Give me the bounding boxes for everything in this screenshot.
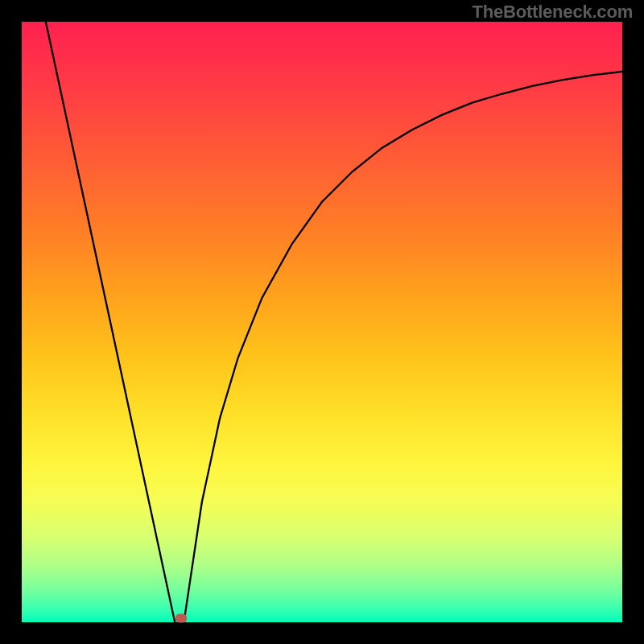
plot-area bbox=[22, 22, 622, 622]
chart-container: TheBottleneck.com bbox=[0, 0, 644, 644]
background-gradient bbox=[22, 22, 622, 622]
watermark-text: TheBottleneck.com bbox=[472, 2, 633, 23]
